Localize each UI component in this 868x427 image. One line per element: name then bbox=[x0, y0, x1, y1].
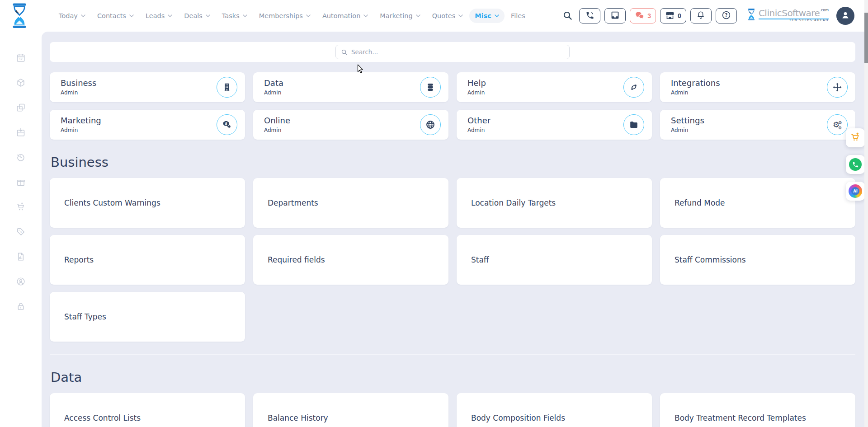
folder-icon bbox=[623, 114, 644, 135]
tile-subtitle: Admin bbox=[61, 127, 217, 133]
tile-other[interactable]: OtherAdmin bbox=[457, 110, 652, 140]
cart-icon[interactable] bbox=[16, 202, 26, 212]
nav-item-leads[interactable]: Leads bbox=[140, 9, 178, 23]
tile-subtitle: Admin bbox=[467, 127, 623, 133]
card-required-fields[interactable]: Required fields bbox=[253, 235, 448, 285]
chevron-down-icon bbox=[206, 14, 210, 17]
notifications-button[interactable] bbox=[690, 8, 712, 23]
helping-hands-icon bbox=[623, 77, 644, 98]
price-tag-icon[interactable]: $ bbox=[16, 227, 26, 237]
history-icon[interactable] bbox=[16, 152, 26, 162]
card-location-daily-targets[interactable]: Location Daily Targets bbox=[457, 178, 652, 228]
svg-text:?: ? bbox=[725, 13, 727, 18]
nav-item-memberships[interactable]: Memberships bbox=[254, 9, 316, 23]
globe-icon bbox=[420, 114, 441, 135]
app-logo[interactable] bbox=[10, 3, 29, 31]
chevron-down-icon bbox=[81, 14, 85, 17]
floating-ai-button[interactable]: AI bbox=[846, 182, 865, 201]
chevron-down-icon bbox=[363, 14, 368, 17]
svg-text:12: 12 bbox=[19, 57, 23, 61]
card-balance-history[interactable]: Balance History bbox=[253, 393, 448, 427]
tile-business[interactable]: BusinessAdmin bbox=[50, 72, 245, 102]
brand-logo[interactable]: ClinicSoftware.com TEN STEPS AHEAD bbox=[746, 8, 829, 23]
tile-data[interactable]: DataAdmin bbox=[253, 72, 448, 102]
chevron-down-icon bbox=[495, 14, 499, 17]
lock-icon[interactable] bbox=[16, 301, 26, 311]
account-icon[interactable] bbox=[16, 277, 26, 286]
search-icon[interactable] bbox=[562, 10, 573, 21]
tile-title: Marketing bbox=[61, 116, 217, 125]
hourglass-logo-icon bbox=[10, 3, 29, 29]
scrollbar-thumb[interactable] bbox=[864, 13, 868, 63]
calendar-import-icon[interactable] bbox=[16, 127, 26, 137]
chevron-down-icon bbox=[306, 14, 311, 17]
nav-item-files[interactable]: Files bbox=[505, 9, 531, 23]
help-button[interactable]: ? bbox=[716, 8, 737, 23]
sidebar-icon-menu: 12 $ bbox=[0, 53, 42, 311]
tile-help[interactable]: HelpAdmin bbox=[457, 72, 652, 102]
ai-icon: AI bbox=[849, 184, 862, 198]
card-clients-custom-warnings[interactable]: Clients Custom Warnings bbox=[50, 178, 245, 228]
nav-item-deals[interactable]: Deals bbox=[179, 9, 216, 23]
card-reports[interactable]: Reports bbox=[50, 235, 245, 285]
chat-button[interactable]: 3 bbox=[630, 8, 656, 23]
tile-settings[interactable]: SettingsAdmin ⚙⚙⚙ bbox=[660, 110, 855, 140]
inbox-icon bbox=[610, 10, 620, 21]
page-scrollbar[interactable] bbox=[864, 0, 868, 427]
tile-integrations[interactable]: IntegrationsAdmin bbox=[660, 72, 855, 102]
search-band bbox=[50, 42, 855, 62]
svg-text:⚙: ⚙ bbox=[838, 120, 842, 125]
floating-cart-button[interactable] bbox=[846, 128, 865, 147]
card-staff[interactable]: Staff bbox=[457, 235, 652, 285]
tile-title: Settings bbox=[671, 116, 827, 125]
tile-marketing[interactable]: MarketingAdmin $ bbox=[50, 110, 245, 140]
card-body-composition-fields[interactable]: Body Composition Fields bbox=[457, 393, 652, 427]
storefront-icon bbox=[665, 11, 675, 21]
search-box[interactable] bbox=[335, 45, 570, 59]
topbar-actions: 3 0 ? ClinicSoftware bbox=[562, 7, 854, 25]
search-input[interactable] bbox=[351, 48, 564, 56]
card-departments[interactable]: Departments bbox=[253, 178, 448, 228]
gift-icon[interactable] bbox=[16, 177, 26, 187]
store-button[interactable]: 0 bbox=[660, 8, 686, 23]
phone-icon bbox=[585, 11, 594, 21]
report-icon[interactable] bbox=[16, 252, 26, 262]
card-staff-commissions[interactable]: Staff Commissions bbox=[660, 235, 855, 285]
card-staff-types[interactable]: Staff Types bbox=[50, 292, 245, 342]
brand-tld: .com bbox=[820, 8, 829, 12]
tile-title: Other bbox=[467, 116, 623, 125]
card-access-control-lists[interactable]: Access Control Lists bbox=[50, 393, 245, 427]
data-cards: Access Control Lists Balance History Bod… bbox=[50, 393, 855, 427]
tile-online[interactable]: OnlineAdmin bbox=[253, 110, 448, 140]
floating-whatsapp-button[interactable] bbox=[846, 155, 865, 174]
calendar-icon[interactable]: 12 bbox=[16, 53, 26, 63]
bell-icon bbox=[696, 10, 705, 21]
move-arrows-icon bbox=[827, 77, 848, 98]
tile-subtitle: Admin bbox=[264, 127, 420, 133]
nav-item-contacts[interactable]: Contacts bbox=[92, 9, 139, 23]
database-icon bbox=[420, 77, 441, 98]
chevron-down-icon bbox=[168, 14, 172, 17]
nav-item-tasks[interactable]: Tasks bbox=[217, 9, 253, 23]
package-icon[interactable] bbox=[16, 78, 26, 88]
card-refund-mode[interactable]: Refund Mode bbox=[660, 178, 855, 228]
svg-text:$: $ bbox=[225, 122, 227, 126]
phone-button[interactable] bbox=[579, 8, 600, 23]
svg-text:⚙: ⚙ bbox=[838, 126, 842, 130]
nav-item-misc[interactable]: Misc bbox=[469, 9, 505, 23]
copy-icon[interactable] bbox=[16, 103, 26, 113]
nav-item-today[interactable]: Today bbox=[53, 9, 91, 23]
tile-subtitle: Admin bbox=[467, 89, 623, 96]
nav-item-automation[interactable]: Automation bbox=[317, 9, 373, 23]
nav-item-marketing[interactable]: Marketing bbox=[374, 9, 425, 23]
section-title: Data bbox=[51, 370, 855, 385]
top-bar: Today Contacts Leads Deals Tasks Members… bbox=[0, 0, 868, 32]
card-body-treatment-record-templates[interactable]: Body Treatment Record Templates bbox=[660, 393, 855, 427]
nav-item-quotes[interactable]: Quotes bbox=[427, 9, 469, 23]
main-nav: Today Contacts Leads Deals Tasks Members… bbox=[53, 9, 531, 23]
user-avatar[interactable] bbox=[836, 7, 854, 25]
tile-title: Online bbox=[264, 116, 420, 125]
person-icon bbox=[840, 9, 851, 22]
money-chat-icon: $ bbox=[217, 114, 237, 135]
inbox-button[interactable] bbox=[604, 8, 626, 23]
